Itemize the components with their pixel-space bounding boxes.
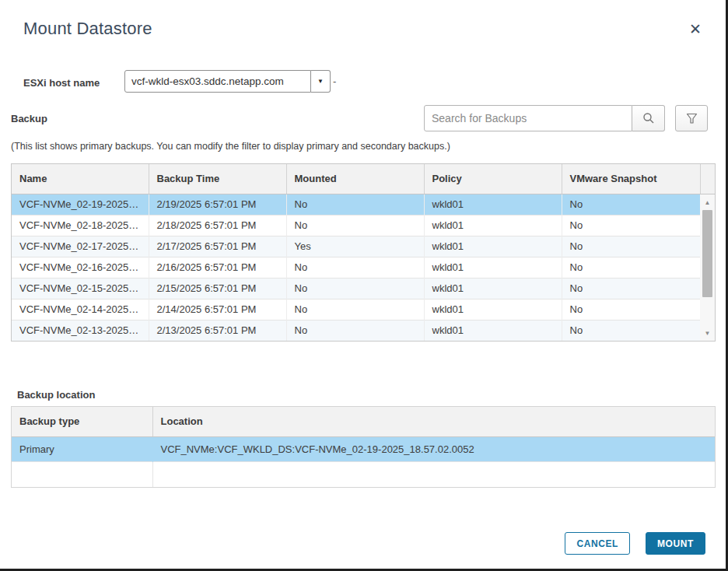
cell-name: VCF-NVMe_02-15-2025_... [12,278,149,299]
cell-policy: wkld01 [424,236,562,257]
backup-location-table: Backup type Location Primary VCF_NVMe:VC… [11,406,716,488]
col-policy[interactable]: Policy [424,164,562,194]
scroll-down-icon[interactable]: ▼ [700,327,715,339]
cell-policy: wkld01 [424,257,562,278]
cell-time: 2/15/2025 6:57:01 PM [149,278,286,299]
cell-time: 2/14/2025 6:57:01 PM [149,299,286,320]
col-backup-type: Backup type [12,407,152,436]
cell-policy: wkld01 [424,299,562,320]
search-input[interactable] [424,105,632,131]
cell-policy: wkld01 [424,194,562,215]
table-row[interactable]: VCF-NVMe_02-13-2025_... 2/13/2025 6:57:0… [12,320,715,341]
cell-snapshot: No [562,236,700,257]
col-backup-time[interactable]: Backup Time [149,164,286,194]
table-row[interactable]: VCF-NVMe_02-16-2025_... 2/16/2025 6:57:0… [12,257,715,278]
cell-time: 2/16/2025 6:57:01 PM [149,257,286,278]
backup-location-label: Backup location [17,389,95,401]
filter-button[interactable] [675,105,708,131]
backup-table-header: Name Backup Time Mounted Policy VMware S… [12,164,715,194]
cell-time: 2/19/2025 6:57:01 PM [149,194,286,215]
col-location: Location [152,407,715,436]
location-row[interactable]: Primary VCF_NVMe:VCF_WKLD_DS:VCF-NVMe_02… [12,436,715,461]
table-row[interactable]: VCF-NVMe_02-18-2025_... 2/18/2025 6:57:0… [12,215,715,236]
cell-time: 2/13/2025 6:57:01 PM [149,320,286,341]
table-row[interactable]: VCF-NVMe_02-15-2025_... 2/15/2025 6:57:0… [12,278,715,299]
cell-snapshot: No [562,299,700,320]
location-table-header: Backup type Location [12,407,715,436]
cell-name: VCF-NVMe_02-16-2025_... [12,257,149,278]
esxi-host-dropdown-button[interactable]: ▼ [311,70,331,93]
cell-snapshot: No [562,320,700,341]
col-mounted[interactable]: Mounted [286,164,424,194]
cell-mounted: No [286,299,424,320]
cell-location: VCF_NVMe:VCF_WKLD_DS:VCF-NVMe_02-19-2025… [152,436,715,461]
scrollbar-thumb[interactable] [702,210,712,297]
cell-time: 2/18/2025 6:57:01 PM [149,215,286,236]
chevron-down-icon: ▼ [317,78,324,85]
cell-time: 2/17/2025 6:57:01 PM [149,236,286,257]
cell-mounted: No [286,278,424,299]
filter-icon [686,113,698,124]
cancel-button[interactable]: CANCEL [565,532,630,555]
dialog-footer: CANCEL MOUNT [565,532,705,555]
cell-policy: wkld01 [424,320,562,341]
col-vmware-snapshot[interactable]: VMware Snapshot [562,164,700,194]
combo-dash: - [333,75,336,87]
cell-snapshot: No [562,278,700,299]
location-row-empty [12,461,715,487]
mount-datastore-dialog: Mount Datastore ✕ ESXi host name ▼ - Bac… [0,0,728,571]
cell-backup-type: Primary [12,436,152,461]
esxi-host-label: ESXi host name [23,77,100,89]
backup-section-label: Backup [11,113,47,124]
cell-mounted: Yes [286,236,424,257]
cell-snapshot: No [562,194,700,215]
cell-name: VCF-NVMe_02-14-2025_... [12,299,149,320]
table-row[interactable]: VCF-NVMe_02-19-2025_... 2/19/2025 6:57:0… [12,194,715,215]
cell-mounted: No [286,257,424,278]
esxi-host-combobox: ▼ - [124,70,336,93]
table-row[interactable]: VCF-NVMe_02-17-2025_... 2/17/2025 6:57:0… [12,236,715,257]
scroll-up-icon[interactable]: ▲ [700,196,715,208]
cell-snapshot: No [562,257,700,278]
backup-search [424,105,665,131]
cell-mounted: No [286,215,424,236]
close-icon[interactable]: ✕ [685,19,705,39]
cell-name: VCF-NVMe_02-19-2025_... [12,194,149,215]
cell-mounted: No [286,194,424,215]
table-row[interactable]: VCF-NVMe_02-14-2025_... 2/14/2025 6:57:0… [12,299,715,320]
cell-name: VCF-NVMe_02-13-2025_... [12,320,149,341]
col-name[interactable]: Name [12,164,149,194]
cell-policy: wkld01 [424,278,562,299]
cell-name: VCF-NVMe_02-17-2025_... [12,236,149,257]
cell-snapshot: No [562,215,700,236]
cell-name: VCF-NVMe_02-18-2025_... [12,215,149,236]
col-scrollbar-spacer [700,164,715,194]
primary-backups-note: (This list shows primary backups. You ca… [11,141,450,152]
backup-table: Name Backup Time Mounted Policy VMware S… [11,163,716,342]
dialog-title: Mount Datastore [23,19,152,39]
search-icon [642,112,655,124]
table-scrollbar[interactable]: ▲ ▼ [700,194,715,341]
search-button[interactable] [632,105,665,131]
mount-button[interactable]: MOUNT [646,532,705,555]
esxi-host-input[interactable] [124,70,311,93]
cell-policy: wkld01 [424,215,562,236]
cell-mounted: No [286,320,424,341]
